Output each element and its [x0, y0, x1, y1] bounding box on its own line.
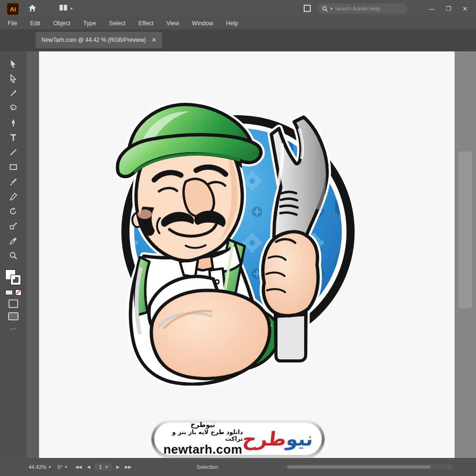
illustrator-window: Ai ▾ ▾ Search Adobe Help — ❐ ✕ File Edit…: [0, 0, 476, 476]
direct-selection-tool[interactable]: [8, 73, 19, 84]
document-tab-bar: NewTarh.com @ 44.42 % (RGB/Preview) ✕: [0, 30, 476, 51]
watermark-badge: نیوطرح نیوطرح دانلود طرح لایه باز بنر و …: [151, 420, 325, 458]
pencil-tool[interactable]: [8, 191, 19, 202]
mascot-fist: [263, 232, 318, 316]
app-logo-icon: Ai: [7, 3, 19, 15]
rectangle-tool[interactable]: [8, 161, 19, 173]
menu-bar: File Edit Object Type Select Effect View…: [0, 17, 476, 30]
last-artboard-button[interactable]: ▶▶: [125, 465, 131, 469]
watermark-logo: نیوطرح: [242, 429, 314, 448]
next-artboard-button[interactable]: ▶: [116, 465, 119, 469]
color-mode-icon[interactable]: [5, 290, 13, 295]
vertical-scrollbar-thumb[interactable]: [458, 151, 472, 308]
menu-edit[interactable]: Edit: [30, 20, 40, 27]
rotate-tool[interactable]: [8, 206, 19, 217]
horizontal-scrollbar[interactable]: [286, 465, 453, 469]
menu-file[interactable]: File: [8, 20, 17, 27]
type-tool[interactable]: [8, 132, 19, 143]
scale-tool[interactable]: [8, 220, 19, 232]
watermark-domain-text: newtarh.com: [163, 443, 242, 457]
document-canvas[interactable]: نیوطرح نیوطرح دانلود طرح لایه باز بنر و …: [39, 51, 455, 458]
paintbrush-tool[interactable]: [8, 176, 19, 188]
status-bar: 44.42% ▾ 0° ▾ ◀◀ ◀ 1 ▾ ▶ ▶▶ Selection: [0, 458, 476, 476]
mascot-logo-artwork: [114, 100, 362, 386]
title-bar: Ai ▾ ▾ Search Adobe Help — ❐ ✕: [0, 0, 476, 17]
lasso-tool[interactable]: [8, 102, 19, 114]
horizontal-scrollbar-thumb[interactable]: [288, 466, 430, 468]
screen-mode-icon[interactable]: [8, 312, 19, 320]
tools-panel: ⋯: [0, 51, 27, 458]
document-tab[interactable]: NewTarh.com @ 44.42 % (RGB/Preview) ✕: [36, 32, 162, 48]
search-placeholder: Search Adobe Help: [335, 6, 380, 11]
artboard-caret-icon[interactable]: ▾: [106, 465, 108, 469]
search-caret-icon[interactable]: ▾: [330, 6, 333, 11]
menu-window[interactable]: Window: [192, 20, 213, 27]
rotation-value: 0°: [58, 464, 63, 470]
magic-wand-tool[interactable]: [8, 88, 19, 99]
vertical-scrollbar[interactable]: [455, 51, 476, 458]
previous-artboard-button[interactable]: ◀: [87, 465, 90, 469]
menu-type[interactable]: Type: [83, 20, 96, 27]
active-tool-label: Selection: [197, 464, 218, 470]
home-icon[interactable]: [28, 3, 37, 15]
toolbar-more-button[interactable]: ⋯: [10, 325, 17, 332]
menu-object[interactable]: Object: [53, 20, 70, 27]
arrange-documents-icon[interactable]: [59, 3, 68, 14]
zoom-level-value: 44.42%: [29, 464, 46, 470]
document-tab-title: NewTarh.com @ 44.42 % (RGB/Preview): [41, 37, 146, 43]
selection-tool[interactable]: [8, 58, 19, 69]
zoom-level-control[interactable]: 44.42% ▾: [29, 464, 51, 470]
menu-help[interactable]: Help: [226, 20, 238, 27]
rotation-control[interactable]: 0° ▾: [58, 464, 67, 470]
rotation-caret-icon[interactable]: ▾: [65, 465, 67, 469]
menu-effect[interactable]: Effect: [139, 20, 154, 27]
watermark-tagline-text: دانلود طرح لایه باز بنر و تراکت: [163, 429, 243, 443]
menu-view[interactable]: View: [166, 20, 179, 27]
maximize-button[interactable]: ❐: [440, 0, 456, 17]
panel-gutter: [27, 51, 39, 458]
minimize-button[interactable]: —: [424, 0, 440, 17]
watermark-brand-text: نیوطرح: [190, 421, 215, 428]
line-segment-tool[interactable]: [8, 147, 19, 158]
first-artboard-button[interactable]: ◀◀: [75, 465, 82, 469]
eyedropper-tool[interactable]: [8, 235, 19, 247]
tab-close-icon[interactable]: ✕: [152, 37, 157, 43]
pen-tool[interactable]: [8, 117, 19, 129]
zoom-caret-icon[interactable]: ▾: [49, 465, 51, 469]
artboard-navigation: ◀◀ ◀ 1 ▾ ▶ ▶▶: [74, 463, 133, 471]
fill-stroke-swatches[interactable]: [5, 269, 21, 287]
artboard-number-field[interactable]: 1 ▾: [94, 463, 113, 471]
artboard-number-value: 1: [99, 464, 102, 470]
arrange-documents-caret-icon[interactable]: ▾: [70, 6, 73, 11]
draw-mode-icon[interactable]: [9, 299, 18, 308]
zoom-tool[interactable]: [8, 250, 19, 261]
none-color-icon[interactable]: [15, 289, 21, 296]
menu-select[interactable]: Select: [109, 20, 126, 27]
close-button[interactable]: ✕: [457, 0, 473, 17]
search-icon: [322, 6, 328, 12]
help-search-input[interactable]: ▾ Search Adobe Help: [318, 3, 407, 14]
gpu-performance-icon[interactable]: [303, 4, 311, 14]
stroke-color-swatch[interactable]: [11, 275, 20, 285]
